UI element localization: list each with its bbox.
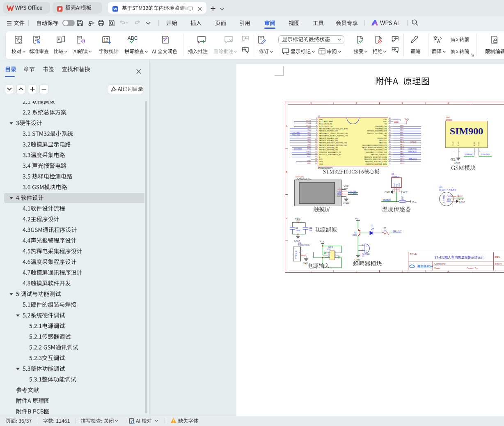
svg-text:PB3/JTDO: PB3/JTDO [379,139,387,141]
svg-text:3: 3 [335,251,337,253]
svg-text:26: 26 [389,151,391,152]
svg-text:17: 17 [315,156,317,157]
svg-text:1: 1 [392,189,394,190]
svg-text:VCC: VCC [355,217,360,220]
svg-text:C2: C2 [296,227,298,229]
svg-text:24: 24 [389,156,391,157]
svg-text:32: 32 [389,136,391,138]
svg-text:W: W [113,7,117,11]
svg-text:3.3V: 3.3V [319,158,323,160]
svg-text:GND: GND [294,239,300,242]
svg-text:VCC: VCC [405,117,409,120]
svg-text:ABC: ABC [128,35,138,41]
svg-text:GND: GND [394,120,399,123]
svg-text:PA15/JTDI: PA15/JTDI [379,142,387,144]
svg-text:+5V: +5V [338,189,341,191]
svg-text:4: 4 [328,251,330,253]
svg-text:12: 12 [315,144,317,145]
svg-text:100uf: 100uf [296,230,300,232]
svg-text:R: R [319,156,321,158]
svg-text:2: 2 [367,250,368,252]
svg-text:1: 1 [453,151,455,152]
svg-text:BEE_OUT: BEE_OUT [409,157,417,159]
svg-text:8: 8 [316,134,317,136]
svg-text:23: 23 [389,158,391,159]
svg-text:6: 6 [328,256,330,258]
svg-text:U11: U11 [298,242,301,244]
svg-text:27: 27 [389,148,391,150]
svg-text:PA4/SPI1_NSS/ADC_IN4: PA4/SPI1_NSS/ADC_IN4 [319,137,338,139]
svg-text:15: 15 [315,151,317,152]
svg-text:14: 14 [315,148,317,150]
svg-text:+: + [290,225,291,227]
svg-text:4: 4 [447,102,449,104]
svg-text:2: 2 [356,102,357,104]
svg-text:8550: 8550 [353,234,357,236]
svg-text:DS18B20: DS18B20 [294,148,302,150]
svg-text:SR-602: SR-602 [442,195,445,203]
svg-text:PB0/ADC_IN8/TIM3_CH3: PB0/ADC_IN8/TIM3_CH3 [319,147,339,149]
svg-text:DS18B20: DS18B20 [383,199,391,201]
svg-text:R1: R1 [401,196,403,198]
svg-text:BEE_OUT: BEE_OUT [393,230,401,233]
svg-text:16: 16 [315,153,317,155]
svg-text:PA3/USART2_RX/ADC_IN3/TIM2_CH4: PA3/USART2_RX/ADC_IN3/TIM2_CH4 [319,135,348,137]
svg-text:30: 30 [389,141,391,143]
svg-text:OUT: OUT [447,196,451,198]
svg-text:PA6/SPI1_MISO/ADC_IN6/TIM3_CH1: PA6/SPI1_MISO/ADC_IN6/TIM3_CH1 [319,142,348,144]
svg-text:PB5: PB5 [384,135,387,137]
svg-text:1: 1 [310,102,312,104]
svg-text:D1: D1 [371,225,373,227]
svg-text:PB7/I2C1_SDA/TIM4_CH2: PB7/I2C1_SDA/TIM4_CH2 [367,130,387,132]
svg-text:GND: GND [355,258,360,261]
svg-text:U1: U1 [318,115,321,117]
svg-text:7: 7 [316,132,317,134]
svg-text:3: 3 [342,193,344,195]
svg-text:PB14/SPI2_MISO/TIM1_CH2N: PB14/SPI2_MISO/TIM1_CH2N [364,158,387,160]
svg-text:B: B [286,171,287,173]
svg-text:GND: GND [393,183,395,187]
svg-text:3: 3 [401,270,403,273]
svg-text:11: 11 [315,141,317,143]
svg-text:35: 35 [389,129,391,131]
svg-text:C: C [286,216,288,219]
svg-text:18: 18 [315,158,317,159]
svg-text:PB1/ADC_IN9/TIM3_CH4: PB1/ADC_IN9/TIM3_CH4 [319,149,339,151]
svg-text:PA1/ADC_IN1/TIM2_CH2: PA1/ADC_IN1/TIM2_CH2 [319,130,338,132]
svg-text:VCC: VCC [412,200,417,203]
svg-text:19: 19 [315,160,317,162]
svg-text:GNG: GNG [319,161,323,163]
svg-text:TTC_TXD: TTC_TXD [292,134,300,136]
svg-text:STM32F103C8T6: STM32F103C8T6 [318,167,333,169]
svg-text:+: + [299,251,300,253]
svg-text:PC15-OSC32_OUT: PC15-OSC32_OUT [319,125,334,127]
svg-text:PB12/SPI2_NSS/TIM1_BKIN: PB12/SPI2_NSS/TIM1_BKIN [366,163,387,165]
svg-text:SIM900: SIM900 [446,119,452,121]
svg-text:104: 104 [309,230,312,232]
svg-text:VCC: VCC [403,191,408,193]
svg-text:2: 2 [316,120,317,122]
svg-text:Q1: Q1 [354,232,357,234]
svg-text:12: 12 [103,37,108,42]
svg-text:PB6/I2C1_SCL/TIM4_CH1: PB6/I2C1_SCL/TIM4_CH1 [367,132,387,134]
svg-text:5V: 5V [385,123,387,125]
svg-text:U10: U10 [327,249,331,251]
svg-text:B1: B1 [362,256,365,258]
svg-text:6: 6 [316,129,317,131]
svg-text:1: 1 [367,245,368,247]
svg-text:4: 4 [447,270,449,273]
svg-text:GND: GND [337,196,341,198]
svg-text:4: 4 [316,125,317,127]
svg-text:29: 29 [389,144,391,145]
svg-text:TXD: TXD [478,142,480,146]
svg-text:GND: GND [447,200,451,203]
svg-text:SR602: SR602 [410,141,416,143]
svg-text:U16: U16 [439,187,443,189]
svg-text:VBAT: VBAT [319,118,324,120]
svg-text:GSM-RXD: GSM-RXD [408,150,417,152]
svg-text:PB8/TIM4_CH3: PB8/TIM4_CH3 [375,128,387,130]
svg-text:10k: 10k [401,198,404,200]
svg-text:4: 4 [479,151,481,152]
svg-text:5: 5 [328,253,330,255]
svg-text:1k: 1k [384,230,386,232]
